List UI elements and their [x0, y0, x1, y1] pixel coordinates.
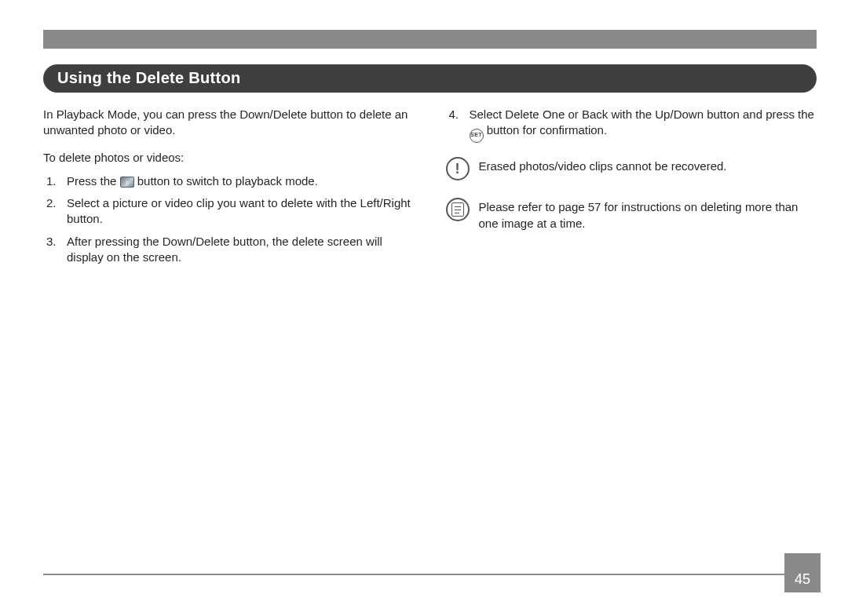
content-columns: In Playback Mode, you can press the Down… [43, 107, 817, 272]
procedure-heading: To delete photos or videos: [43, 150, 415, 166]
warning-text: Erased photos/video clips cannot be reco… [479, 157, 817, 174]
step-3: After pressing the Down/Delete button, t… [43, 234, 415, 266]
intro-text: In Playback Mode, you can press the Down… [43, 107, 415, 139]
top-bar [43, 30, 817, 49]
section-title: Using the Delete Button [43, 64, 817, 93]
reference-note: Please refer to page 57 for instructions… [446, 198, 817, 231]
step-1: Press the button to switch to playback m… [43, 173, 415, 189]
right-column: Select Delete One or Back with the Up/Do… [446, 107, 817, 272]
document-icon [446, 198, 470, 221]
warning-note: ! Erased photos/video clips cannot be re… [446, 157, 817, 180]
left-column: In Playback Mode, you can press the Down… [43, 107, 415, 272]
step-1-text-b: button to switch to playback mode. [134, 174, 318, 188]
playback-icon [120, 177, 134, 188]
warning-icon: ! [446, 157, 470, 180]
set-button-icon: SET [470, 129, 484, 143]
steps-list-left: Press the button to switch to playback m… [43, 173, 415, 265]
step-2: Select a picture or video clip you want … [43, 195, 415, 228]
page-number: 45 [784, 553, 821, 592]
reference-text: Please refer to page 57 for instructions… [479, 198, 817, 231]
step-4-text-b: button for confirmation. [484, 123, 608, 137]
steps-list-right: Select Delete One or Back with the Up/Do… [446, 107, 817, 143]
step-4-text-a: Select Delete One or Back with the Up/Do… [470, 108, 814, 121]
manual-page: Using the Delete Button In Playback Mode… [0, 0, 848, 616]
footer-rule [43, 574, 793, 575]
step-4: Select Delete One or Back with the Up/Do… [446, 107, 817, 143]
step-1-text-a: Press the [67, 174, 120, 188]
